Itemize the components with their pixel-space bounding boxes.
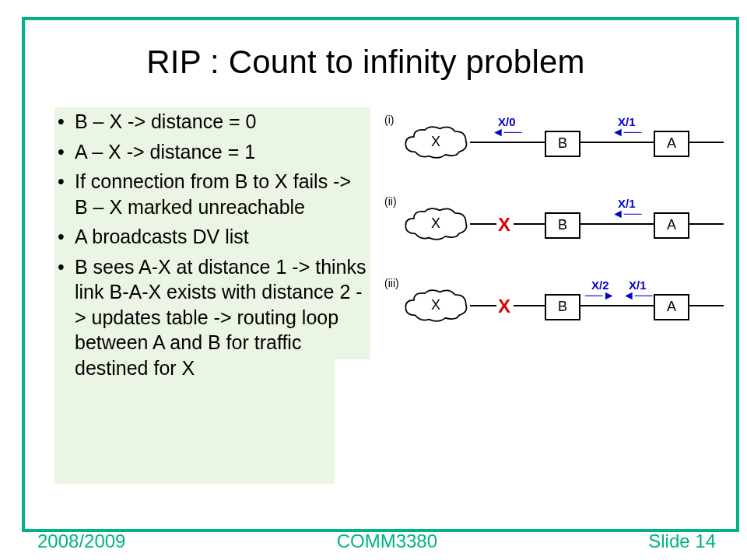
bullet-text: A – X -> distance = 1	[75, 139, 369, 165]
bullet-item: • B sees A-X at distance 1 -> thinks lin…	[58, 254, 369, 381]
router-label: B	[558, 135, 567, 151]
link-line	[579, 305, 654, 306]
arrow-left-icon: ◄──	[612, 128, 642, 136]
link-line	[688, 223, 724, 225]
bullet-item: • A – X -> distance = 1	[58, 139, 369, 165]
cloud-label: X	[402, 215, 470, 232]
bullet-text: If connection from B to X fails -> B – X…	[75, 169, 369, 219]
bullet-dot: •	[58, 109, 75, 135]
cloud-label: X	[402, 134, 470, 150]
bullet-dot: •	[58, 139, 75, 165]
bullet-text: A broadcasts DV list	[75, 224, 369, 250]
dv-label: X/2 ──►	[585, 278, 615, 299]
row-number: (ii)	[384, 195, 397, 208]
router-label: A	[667, 299, 676, 314]
link-line	[579, 142, 654, 143]
arrow-left-icon: ◄──	[622, 292, 653, 299]
bullet-dot: •	[58, 169, 75, 219]
router-label: A	[667, 135, 676, 151]
slide-footer: 2008/2009 COMM3380 Slide 14	[37, 530, 716, 552]
link-line	[470, 142, 545, 143]
broken-link-icon: X	[498, 296, 510, 317]
bullet-item: • B – X -> distance = 0	[58, 109, 369, 135]
router-label: A	[667, 217, 676, 233]
router-box: B	[545, 212, 580, 239]
dv-label: X/1 ◄──	[612, 197, 642, 218]
bullet-list: • B – X -> distance = 0 • A – X -> dista…	[58, 109, 369, 385]
cloud-icon: X	[402, 205, 470, 243]
link-line	[688, 142, 724, 143]
row-number: (i)	[384, 114, 394, 126]
diagram-row: (ii) X X B X/1 ◄── A	[384, 191, 725, 272]
diagram-row: (iii) X X B X/2 ──► X/1 ◄── A	[384, 272, 725, 354]
router-box: B	[545, 131, 580, 157]
cloud-icon: X	[402, 286, 470, 325]
broken-link-icon: X	[498, 214, 510, 236]
footer-right: Slide 14	[648, 530, 716, 552]
dv-label: X/1 ◄──	[612, 115, 642, 136]
bullet-text: B – X -> distance = 0	[75, 109, 369, 135]
slide: RIP : Count to infinity problem • B – X …	[0, 0, 747, 560]
router-box: A	[654, 131, 689, 157]
bullet-dot: •	[58, 224, 75, 250]
router-box: A	[654, 212, 689, 239]
network-diagram: (i) X X/0 ◄── B X/1 ◄── A (ii)	[384, 109, 725, 354]
diagram-row: (i) X X/0 ◄── B X/1 ◄── A	[384, 109, 725, 191]
cloud-label: X	[402, 297, 470, 313]
bullet-text: B sees A-X at distance 1 -> thinks link …	[75, 254, 369, 381]
cloud-icon: X	[402, 123, 470, 162]
router-label: B	[558, 217, 567, 233]
dv-label: X/1 ◄──	[622, 278, 653, 299]
router-box: A	[654, 294, 689, 320]
arrow-left-icon: ◄──	[492, 128, 522, 136]
arrow-left-icon: ◄──	[612, 210, 642, 218]
router-label: B	[558, 299, 567, 314]
row-number: (iii)	[384, 277, 399, 289]
link-line	[470, 223, 496, 225]
footer-center: COMM3380	[337, 530, 437, 552]
link-line	[470, 305, 496, 306]
bullet-item: • If connection from B to X fails -> B –…	[58, 169, 369, 219]
router-box: B	[545, 294, 580, 320]
arrow-right-icon: ──►	[585, 292, 615, 299]
link-line	[579, 223, 654, 225]
bullet-dot: •	[58, 254, 75, 381]
footer-left: 2008/2009	[37, 530, 125, 552]
link-line	[514, 305, 545, 306]
bullet-item: • A broadcasts DV list	[58, 224, 369, 250]
slide-title: RIP : Count to infinity problem	[0, 44, 731, 81]
link-line	[688, 305, 724, 306]
link-line	[514, 223, 545, 225]
dv-label: X/0 ◄──	[492, 115, 522, 136]
